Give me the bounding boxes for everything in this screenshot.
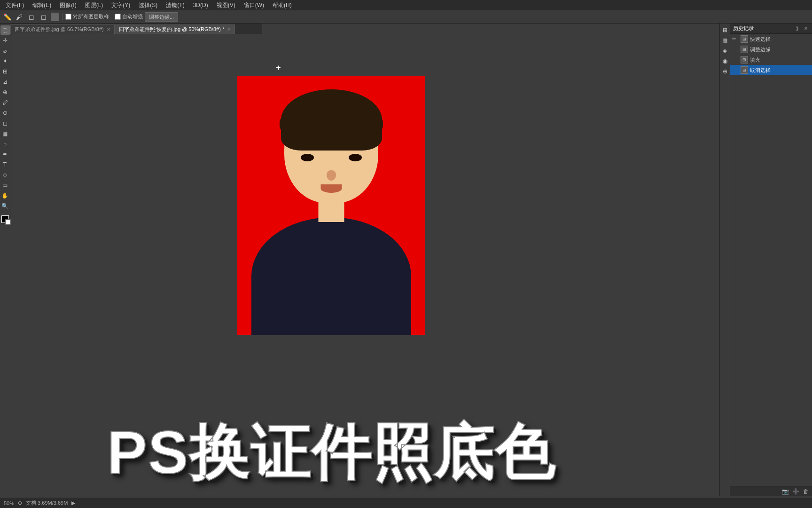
- tool-crop[interactable]: ⊞: [0, 67, 10, 76]
- tool-shape[interactable]: ▭: [0, 181, 10, 190]
- tool-heal[interactable]: ⊕: [0, 87, 10, 97]
- history-item-icon-1: ⊞: [741, 35, 748, 43]
- hair-front-shape: [280, 107, 383, 144]
- history-new-snapshot-icon[interactable]: 📷: [781, 487, 789, 496]
- mouth-shape: [321, 184, 342, 193]
- left-toolbox: ⬚ ✛ ⌀ ✦ ⊞ ⊿ ⊕ 🖊 ⊙ ◻ ▦ ○ ✒ T ◇ ▭ ✋ 🔍: [0, 24, 10, 225]
- zoom-level: 50%: [4, 500, 14, 506]
- left-eye: [301, 154, 314, 161]
- big-text-container: PS换证件照底色: [10, 413, 652, 494]
- history-item-4-label: 取消选择: [750, 67, 771, 74]
- person-figure: [237, 76, 425, 335]
- tool-dodge[interactable]: ○: [0, 139, 10, 149]
- tool-brush[interactable]: 🖊: [0, 98, 10, 107]
- history-header-icons: ⟫ ✕: [794, 25, 809, 32]
- history-expand-icon[interactable]: ⟫: [794, 25, 801, 32]
- tab-1[interactable]: 四字弟弟证件照.jpg @ 66.7%(RGB/8#) ✕: [10, 24, 115, 34]
- tool-hand[interactable]: ✋: [0, 191, 10, 200]
- history-item-icon-2: ⊞: [741, 46, 748, 53]
- right-toolbox: ⊞ ▦ ◈ ◉ ⊕: [719, 24, 730, 496]
- auto-enhance-label[interactable]: 自动增强: [115, 13, 143, 20]
- right-tool-5[interactable]: ⊕: [720, 67, 730, 76]
- history-item-3-label: 填充: [750, 56, 760, 64]
- tab-2-close[interactable]: ✕: [227, 27, 231, 32]
- toolbar: ✏️ 🖌 ◻ ◻ 对所有图层取样 自动增强 调整边缘...: [0, 10, 812, 24]
- toolbar-icon-2[interactable]: 🖌: [14, 12, 24, 22]
- menu-file[interactable]: 文件(F): [2, 0, 28, 10]
- tool-zoom[interactable]: 🔍: [0, 201, 10, 211]
- tool-selection[interactable]: ⬚: [0, 25, 10, 35]
- image-container: PS换证件照底色 +: [10, 34, 652, 496]
- history-item-icon-4: ⊞: [741, 66, 748, 74]
- body-shape: [251, 217, 411, 335]
- tool-text[interactable]: T: [0, 160, 10, 169]
- tool-pen[interactable]: ✒: [0, 150, 10, 159]
- menu-help[interactable]: 帮助(H): [269, 0, 296, 10]
- history-item-icon-3: ⊞: [741, 56, 748, 64]
- canvas-area: PS换证件照底色 +: [10, 34, 652, 496]
- right-tool-4[interactable]: ◉: [720, 56, 730, 66]
- tabs-bar: 四字弟弟证件照.jpg @ 66.7%(RGB/8#) ✕ 四字弟弟证件照-恢复…: [10, 24, 262, 34]
- zoom-icon: ⊙: [18, 500, 22, 506]
- history-panel-title: 历史记录: [733, 25, 754, 32]
- tab-1-close[interactable]: ✕: [107, 27, 110, 32]
- history-close-icon[interactable]: ✕: [803, 25, 809, 32]
- toolbar-icon-5[interactable]: [51, 13, 59, 21]
- menu-edit[interactable]: 编辑(E): [29, 0, 55, 10]
- tool-eyedropper[interactable]: ⊿: [0, 77, 10, 87]
- main-title-text: PS换证件照底色: [10, 413, 652, 494]
- tab-2[interactable]: 四字弟弟证件照-恢复的.jpg @ 50%(RGB/8#) * ✕: [115, 24, 235, 34]
- toolbar-icon-3[interactable]: ◻: [26, 12, 37, 22]
- history-item-1-label: 快速选择: [750, 36, 771, 43]
- photo-wrapper: [237, 76, 425, 335]
- tool-magic-wand[interactable]: ✦: [0, 56, 10, 66]
- eyes-container: [301, 154, 362, 161]
- foreground-color[interactable]: [1, 215, 9, 223]
- nose-shape: [327, 170, 336, 181]
- right-tool-2[interactable]: ▦: [720, 36, 730, 45]
- toolbar-divider: [62, 13, 62, 21]
- sample-all-layers-label[interactable]: 对所有图层取样: [65, 13, 109, 20]
- menu-text[interactable]: 文字(Y): [108, 0, 134, 10]
- menu-view[interactable]: 视图(V): [213, 0, 239, 10]
- history-item-1[interactable]: ✏ ⊞ 快速选择: [730, 34, 812, 44]
- history-item-2-label: 调整边缘: [750, 46, 771, 53]
- sample-all-layers-checkbox[interactable]: [65, 14, 71, 20]
- toolbar-icon-4[interactable]: ◻: [39, 12, 49, 22]
- statusbar: 50% ⊙ 文档:3.69M/3.69M ▶: [0, 498, 812, 508]
- history-item-2[interactable]: ⊞ 调整边缘: [730, 44, 812, 55]
- history-item-4[interactable]: ⊞ 取消选择: [730, 65, 812, 75]
- history-brush-icon-1: ✏: [732, 36, 739, 42]
- history-delete-icon[interactable]: 🗑: [802, 487, 810, 496]
- menubar: 文件(F) 编辑(E) 图像(I) 图层(L) 文字(Y) 选择(S) 滤镜(T…: [0, 0, 812, 10]
- toolbar-icon-1[interactable]: ✏️: [2, 12, 12, 22]
- menu-window[interactable]: 窗口(W): [240, 0, 268, 10]
- tool-move[interactable]: ✛: [0, 36, 10, 45]
- cursor-plus: +: [276, 63, 285, 72]
- tool-lasso[interactable]: ⌀: [0, 46, 10, 56]
- tab-2-label: 四字弟弟证件照-恢复的.jpg @ 50%(RGB/8#) *: [119, 26, 225, 33]
- history-panel-header: 历史记录 ⟫ ✕: [730, 24, 812, 34]
- adjust-edge-button[interactable]: 调整边缘...: [145, 12, 178, 22]
- tool-path[interactable]: ◇: [0, 170, 10, 180]
- menu-3d[interactable]: 3D(D): [189, 1, 212, 9]
- menu-select[interactable]: 选择(S): [135, 0, 161, 10]
- menu-image[interactable]: 图像(I): [56, 0, 80, 10]
- menu-filter[interactable]: 滤镜(T): [162, 0, 188, 10]
- tool-clone[interactable]: ⊙: [0, 108, 10, 118]
- right-tool-3[interactable]: ◈: [720, 46, 730, 56]
- tool-gradient[interactable]: ▦: [0, 129, 10, 138]
- history-item-3[interactable]: ⊞ 填充: [730, 55, 812, 65]
- right-eye: [349, 154, 362, 161]
- statusbar-arrow[interactable]: ▶: [71, 500, 75, 506]
- tab-1-label: 四字弟弟证件照.jpg @ 66.7%(RGB/8#): [15, 26, 104, 33]
- history-panel: 历史记录 ⟫ ✕ ✏ ⊞ 快速选择 ⊞ 调整边缘 ⊞ 填充 ⊞ 取消选择 📷 ➕…: [730, 24, 812, 496]
- right-tool-1[interactable]: ⊞: [720, 25, 730, 35]
- tool-eraser[interactable]: ◻: [0, 119, 10, 128]
- auto-enhance-checkbox[interactable]: [115, 14, 121, 20]
- history-panel-footer: 📷 ➕ 🗑: [730, 486, 812, 496]
- menu-layer[interactable]: 图层(L): [81, 0, 107, 10]
- doc-info: 文档:3.69M/3.69M: [26, 500, 68, 507]
- history-create-new-icon[interactable]: ➕: [791, 487, 800, 496]
